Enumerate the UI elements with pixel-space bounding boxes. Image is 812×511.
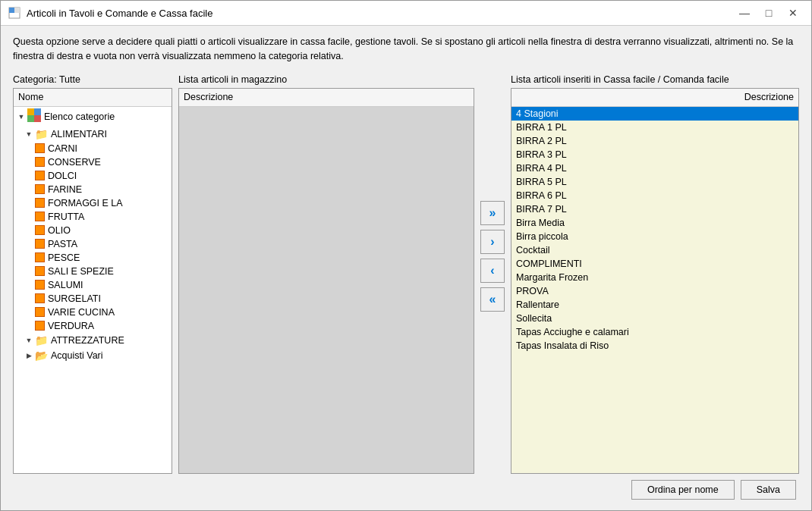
svg-rect-4 — [34, 108, 41, 115]
item-icon — [35, 157, 45, 167]
right-list-item-birra6[interactable]: BIRRA 6 PL — [511, 189, 798, 202]
folder-icon: 📁 — [35, 334, 48, 346]
right-list-item-birramedia[interactable]: Birra Media — [511, 216, 798, 230]
maximize-button[interactable]: □ — [758, 5, 779, 20]
right-list-item-birra3[interactable]: BIRRA 3 PL — [511, 148, 798, 161]
item-icon — [35, 252, 45, 262]
tree-item-acquisti[interactable]: ▶📂Acquisti Vari — [14, 348, 172, 363]
right-list-item-tapas[interactable]: Tapas Acciughe e calamari — [511, 325, 798, 339]
tree-item-attrezzature[interactable]: ▼📁ATTREZZATURE — [14, 333, 172, 348]
item-icon — [35, 225, 45, 235]
panels-row: Categoria: Tutte Nome ▼ Elenco categorie… — [13, 74, 799, 475]
main-window: Articoli in Tavoli e Comande e Cassa fac… — [0, 0, 812, 511]
bottom-bar: Ordina per nome Salva — [13, 474, 799, 503]
right-list-item-rallentare[interactable]: Rallentare — [511, 298, 798, 312]
item-icon — [35, 198, 45, 208]
tree-item-frutta[interactable]: FRUTTA — [14, 210, 172, 224]
tree-item-sali[interactable]: SALI E SPEZIE — [14, 265, 172, 278]
middle-panel-label: Lista articoli in magazzino — [178, 74, 474, 85]
item-icon — [35, 143, 45, 153]
item-icon — [35, 307, 45, 317]
minimize-button[interactable]: — — [734, 5, 755, 20]
expand-arrow: ▼ — [17, 112, 26, 121]
svg-rect-1 — [9, 8, 14, 13]
item-icon — [35, 184, 45, 194]
arrow-buttons-col: » › ‹ « — [474, 74, 511, 438]
middle-column-header: Descrizione — [179, 89, 474, 107]
save-button[interactable]: Salva — [741, 480, 796, 500]
tree-item-root[interactable]: ▼ Elenco categorie — [14, 107, 172, 127]
tree-column-header: Nome — [14, 89, 172, 107]
right-list-item-birra2[interactable]: BIRRA 2 PL — [511, 134, 798, 148]
middle-list-body — [179, 107, 474, 474]
item-icon — [35, 321, 45, 331]
item-icon — [35, 293, 45, 303]
window-icon — [8, 7, 20, 19]
svg-rect-3 — [27, 108, 34, 115]
left-panel: Categoria: Tutte Nome ▼ Elenco categorie… — [13, 74, 172, 475]
expand-arrow: ▶ — [24, 351, 33, 360]
right-list-item-4stagioni[interactable]: 4 Stagioni — [511, 107, 798, 121]
close-button[interactable]: ✕ — [782, 5, 804, 20]
right-list-item-cocktail[interactable]: Cocktail — [511, 243, 798, 257]
expand-arrow: ▼ — [24, 130, 33, 139]
item-icon — [35, 212, 45, 221]
tree-item-salumi[interactable]: SALUMI — [14, 278, 172, 292]
move-left-button[interactable]: ‹ — [480, 259, 505, 283]
sort-button[interactable]: Ordina per nome — [631, 480, 735, 500]
folder-icon: 📁 — [35, 128, 48, 140]
tree-item-alimentari[interactable]: ▼📁ALIMENTARI — [14, 127, 172, 142]
tree-item-formaggi[interactable]: FORMAGGI E LA — [14, 196, 172, 210]
right-list-item-birra5[interactable]: BIRRA 5 PL — [511, 175, 798, 189]
warehouse-list[interactable]: Descrizione — [178, 88, 474, 475]
root-icon — [27, 108, 41, 125]
right-list-item-sollecita[interactable]: Sollecita — [511, 312, 798, 325]
move-right-button[interactable]: › — [480, 230, 505, 254]
tree-item-pasta[interactable]: PASTA — [14, 237, 172, 251]
tree-item-olio[interactable]: OLIO — [14, 224, 172, 237]
middle-panel: Lista articoli in magazzino Descrizione — [178, 74, 474, 475]
right-list-item-birra1[interactable]: BIRRA 1 PL — [511, 121, 798, 134]
window-title: Articoli in Tavoli e Comande e Cassa fac… — [27, 8, 728, 19]
category-tree[interactable]: Nome ▼ Elenco categorie▼📁ALIMENTARI CARN… — [13, 88, 172, 475]
title-bar: Articoli in Tavoli e Comande e Cassa fac… — [1, 1, 811, 26]
tree-item-verdura[interactable]: VERDURA — [14, 319, 172, 333]
right-list-item-birra4[interactable]: BIRRA 4 PL — [511, 161, 798, 175]
right-list-item-prova[interactable]: PROVA — [511, 284, 798, 298]
right-list-item-birrapiccola[interactable]: Birra piccola — [511, 230, 798, 243]
folder-open-icon: 📂 — [35, 350, 48, 362]
tree-item-carni[interactable]: CARNI — [14, 142, 172, 155]
move-all-left-button[interactable]: « — [480, 287, 505, 312]
tree-item-varie[interactable]: VARIE CUCINA — [14, 306, 172, 319]
right-column-header: Descrizione — [511, 89, 798, 107]
tree-item-dolci[interactable]: DOLCI — [14, 169, 172, 183]
right-list-item-tapas2[interactable]: Tapas Insalata di Riso — [511, 339, 798, 353]
right-list-item-complimenti[interactable]: COMPLIMENTI — [511, 257, 798, 271]
tree-item-surgelati[interactable]: SURGELATI — [14, 292, 172, 306]
item-icon — [35, 171, 45, 180]
tree-item-farine[interactable]: FARINE — [14, 183, 172, 196]
item-icon — [35, 266, 45, 276]
description-text: Questa opzione serve a decidere quali pi… — [13, 35, 799, 64]
right-panel-label: Lista articoli inseriti in Cassa facile … — [511, 74, 799, 85]
move-all-right-button[interactable]: » — [480, 201, 505, 225]
item-icon — [35, 239, 45, 249]
window-controls: — □ ✕ — [734, 5, 804, 20]
right-panel: Lista articoli inseriti in Cassa facile … — [511, 74, 799, 475]
tree-body: ▼ Elenco categorie▼📁ALIMENTARI CARNI CON… — [14, 107, 172, 363]
svg-rect-5 — [27, 115, 34, 122]
right-list-item-margarita[interactable]: Margarita Frozen — [511, 271, 798, 284]
svg-rect-2 — [14, 8, 20, 13]
right-list-item-birra7[interactable]: BIRRA 7 PL — [511, 202, 798, 216]
right-list-body: 4 StagioniBIRRA 1 PLBIRRA 2 PLBIRRA 3 PL… — [511, 107, 798, 353]
tree-item-pesce[interactable]: PESCE — [14, 251, 172, 265]
content-area: Questa opzione serve a decidere quali pi… — [1, 26, 811, 510]
item-icon — [35, 280, 45, 290]
left-panel-label: Categoria: Tutte — [13, 74, 172, 85]
tree-item-conserve[interactable]: CONSERVE — [14, 155, 172, 169]
svg-rect-6 — [34, 115, 41, 122]
cassa-list[interactable]: Descrizione 4 StagioniBIRRA 1 PLBIRRA 2 … — [511, 88, 799, 475]
expand-arrow: ▼ — [24, 336, 33, 345]
